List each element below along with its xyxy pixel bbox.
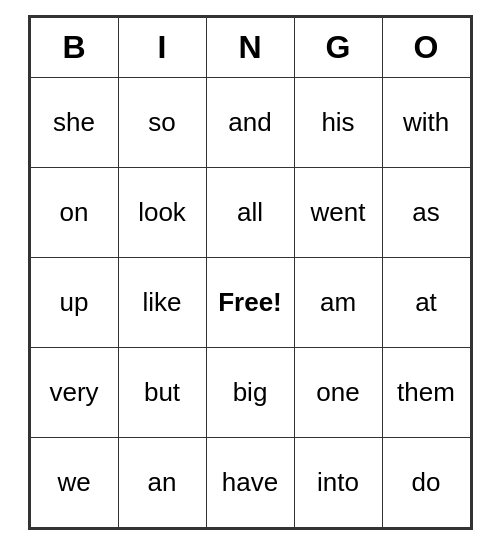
cell-r0-c1: so: [118, 77, 206, 167]
table-row: verybutbigonethem: [30, 347, 470, 437]
header-col-n: N: [206, 17, 294, 77]
cell-r3-c1: but: [118, 347, 206, 437]
cell-r1-c0: on: [30, 167, 118, 257]
cell-r1-c3: went: [294, 167, 382, 257]
cell-r4-c2: have: [206, 437, 294, 527]
cell-r3-c2: big: [206, 347, 294, 437]
cell-r0-c3: his: [294, 77, 382, 167]
bingo-table: BINGO shesoandhiswithonlookallwentasupli…: [30, 17, 471, 528]
table-row: onlookallwentas: [30, 167, 470, 257]
cell-r0-c4: with: [382, 77, 470, 167]
cell-r3-c4: them: [382, 347, 470, 437]
cell-r2-c1: like: [118, 257, 206, 347]
cell-r1-c2: all: [206, 167, 294, 257]
header-col-i: I: [118, 17, 206, 77]
cell-r3-c3: one: [294, 347, 382, 437]
table-row: uplikeFree!amat: [30, 257, 470, 347]
cell-r3-c0: very: [30, 347, 118, 437]
cell-r0-c0: she: [30, 77, 118, 167]
cell-r4-c1: an: [118, 437, 206, 527]
cell-r4-c0: we: [30, 437, 118, 527]
table-row: weanhaveintodo: [30, 437, 470, 527]
header-col-o: O: [382, 17, 470, 77]
bingo-card: BINGO shesoandhiswithonlookallwentasupli…: [28, 15, 473, 530]
cell-r1-c4: as: [382, 167, 470, 257]
cell-r0-c2: and: [206, 77, 294, 167]
header-col-b: B: [30, 17, 118, 77]
header-col-g: G: [294, 17, 382, 77]
cell-r2-c0: up: [30, 257, 118, 347]
cell-r4-c3: into: [294, 437, 382, 527]
cell-r2-c2: Free!: [206, 257, 294, 347]
cell-r4-c4: do: [382, 437, 470, 527]
cell-r2-c4: at: [382, 257, 470, 347]
header-row: BINGO: [30, 17, 470, 77]
cell-r2-c3: am: [294, 257, 382, 347]
cell-r1-c1: look: [118, 167, 206, 257]
table-row: shesoandhiswith: [30, 77, 470, 167]
